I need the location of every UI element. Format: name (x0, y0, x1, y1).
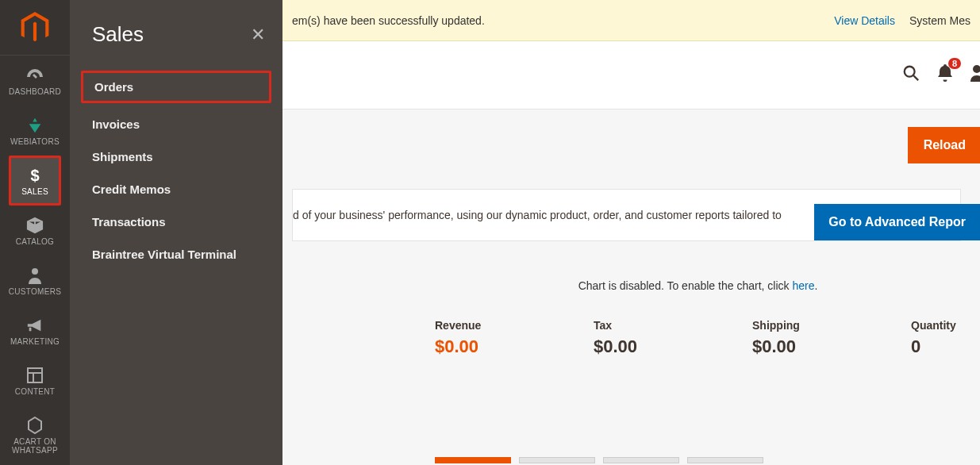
hexagon-icon (27, 415, 43, 436)
stat-label: Tax (594, 319, 681, 332)
nav-customers[interactable]: CUSTOMERS (0, 256, 70, 306)
enable-chart-link[interactable]: here (792, 279, 814, 292)
close-icon[interactable]: ✕ (251, 25, 265, 45)
nav-content[interactable]: CONTENT (0, 355, 70, 405)
magento-logo[interactable] (0, 0, 70, 56)
chart-disabled-message: Chart is disabled. To enable the chart, … (435, 279, 961, 292)
stat-value: 0 (911, 336, 980, 357)
submenu-item-invoices[interactable]: Invoices (70, 108, 282, 140)
stats-grid: Revenue $0.00 Tax $0.00 Shipping $0.00 Q… (435, 319, 961, 357)
nav-acart-whatsapp[interactable]: ACART ON WHATSAPP (0, 405, 70, 464)
stats-area: Chart is disabled. To enable the chart, … (435, 279, 961, 357)
search-icon[interactable] (902, 64, 920, 86)
magento-logo-icon (21, 12, 49, 44)
chart-disabled-text: Chart is disabled. To enable the chart, … (578, 279, 793, 292)
nav-label: DASHBOARD (9, 87, 61, 96)
nav-dashboard[interactable]: DASHBOARD (0, 56, 70, 106)
nav-catalog[interactable]: CATALOG (0, 206, 70, 256)
submenu-item-credit-memos[interactable]: Credit Memos (70, 173, 282, 206)
view-details-link[interactable]: View Details (834, 14, 895, 27)
nav-label: CONTENT (15, 387, 55, 396)
stat-label: Quantity (911, 319, 980, 332)
gauge-icon (25, 65, 44, 86)
svg-point-6 (973, 65, 980, 73)
layout-icon (27, 365, 43, 386)
submenu-item-transactions[interactable]: Transactions (70, 206, 282, 238)
nav-label: CUSTOMERS (9, 287, 61, 296)
reload-button[interactable]: Reload (908, 127, 980, 163)
nav-label: MARKETING (10, 337, 60, 346)
svg-line-5 (913, 75, 918, 80)
dashboard-tab[interactable] (603, 457, 679, 463)
stat-value: $0.00 (594, 336, 681, 357)
submenu-title: Sales (92, 22, 144, 47)
submenu-item-orders[interactable]: Orders (81, 71, 271, 103)
webiators-icon (26, 115, 44, 136)
box-icon (26, 215, 44, 236)
dollar-icon: $ (30, 165, 39, 186)
dashboard-tab[interactable] (687, 457, 763, 463)
nav-label: WEBIATORS (10, 137, 60, 146)
person-icon (28, 265, 42, 286)
stat-value: $0.00 (752, 336, 840, 357)
submenu-item-shipments[interactable]: Shipments (70, 140, 282, 173)
svg-point-4 (905, 67, 915, 77)
admin-sidebar: DASHBOARD WEBIATORS $ SALES CATALOG CUST… (0, 0, 70, 465)
dashboard-tab[interactable] (519, 457, 595, 463)
system-messages-label[interactable]: System Mes (909, 14, 970, 27)
dashboard-tab[interactable] (435, 457, 511, 463)
nav-webiators[interactable]: WEBIATORS (0, 106, 70, 156)
stat-label: Shipping (752, 319, 840, 332)
advanced-reporting-panel: d of your business' performance, using o… (292, 189, 961, 241)
go-to-advanced-reports-button[interactable]: Go to Advanced Repor (814, 204, 980, 240)
notifications-bell[interactable]: 8 (937, 64, 953, 86)
stat-tax: Tax $0.00 (594, 319, 681, 357)
stat-label: Revenue (435, 319, 522, 332)
megaphone-icon (26, 315, 44, 336)
notice-actions: View Details System Mes (834, 14, 970, 27)
notifications-count: 8 (948, 58, 961, 69)
sales-submenu: Sales ✕ Orders Invoices Shipments Credit… (70, 0, 282, 465)
account-icon[interactable] (970, 64, 980, 86)
nav-label: SALES (21, 187, 48, 196)
submenu-item-braintree[interactable]: Braintree Virtual Terminal (70, 238, 282, 271)
nav-label: CATALOG (16, 237, 54, 246)
nav-marketing[interactable]: MARKETING (0, 306, 70, 355)
submenu-header: Sales ✕ (70, 0, 282, 64)
stat-quantity: Quantity 0 (911, 319, 980, 357)
stat-value: $0.00 (435, 336, 522, 357)
stat-revenue: Revenue $0.00 (435, 319, 522, 357)
submenu-items: Orders Invoices Shipments Credit Memos T… (70, 64, 282, 271)
dashboard-tabs (435, 457, 763, 463)
nav-label: ACART ON WHATSAPP (0, 437, 70, 455)
svg-rect-1 (28, 368, 42, 382)
nav-sales[interactable]: $ SALES (9, 156, 61, 206)
svg-point-0 (32, 268, 38, 275)
stat-shipping: Shipping $0.00 (752, 319, 840, 357)
